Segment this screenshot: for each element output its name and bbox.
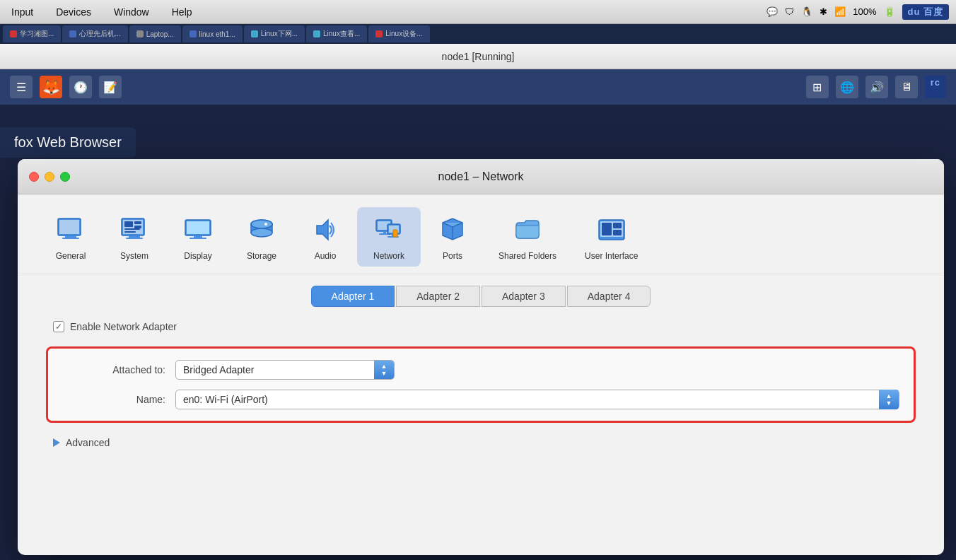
os-tab-label-7: Linux设备... [385,29,422,39]
tab-dot-2 [69,30,76,37]
vm-title: node1 [Running] [442,51,515,62]
bluetooth-icon: ✱ [820,6,827,17]
os-tab-label-5: Linux下网... [261,29,298,39]
dialog-title: node1 – Network [438,170,524,183]
shared-folders-label: Shared Folders [499,251,556,261]
battery-icon: 🔋 [884,6,895,17]
advanced-row[interactable]: Advanced [46,437,916,448]
os-tab-6[interactable]: Linux查看... [306,25,367,42]
triangle-icon [53,438,60,447]
user-interface-icon [595,213,629,247]
attached-to-select[interactable]: Bridged Adapter ▲ ▼ [175,360,395,380]
os-tab-label-6: Linux查看... [323,29,360,39]
tab-dot-1 [10,30,17,37]
attached-to-arrow[interactable]: ▲ ▼ [374,360,394,380]
adapter-tab-1[interactable]: Adapter 1 [311,286,395,307]
fox-browser-label: fox Web Browser [0,127,136,158]
svg-rect-25 [383,231,386,233]
close-button[interactable] [29,172,39,182]
svg-rect-2 [65,235,76,238]
icon-ports[interactable]: Ports [421,207,484,267]
os-tab-7[interactable]: Linux设备... [368,25,429,42]
menu-window[interactable]: Window [110,5,153,19]
enable-adapter-checkbox[interactable]: ✓ [53,321,64,332]
ports-icon [436,213,470,247]
attached-to-label: Attached to: [62,364,175,375]
enable-adapter-row: ✓ Enable Network Adapter [46,321,916,332]
general-icon [54,213,88,247]
toolbar-icon-speaker[interactable]: 🔊 [865,76,888,98]
name-label: Name: [62,394,175,405]
network-dialog: node1 – Network General [18,159,944,555]
svg-rect-3 [62,238,79,239]
icon-system[interactable]: System [103,207,166,267]
svg-point-21 [264,223,267,226]
name-value: en0: Wi-Fi (AirPort) [176,394,879,405]
vm-toolbar: ☰ 🦊 🕐 📝 ⊞ 🌐 🔊 🖥 rc [0,69,956,105]
name-arrow[interactable]: ▲ ▼ [879,390,899,409]
name-select[interactable]: en0: Wi-Fi (AirPort) ▲ ▼ [175,390,899,409]
system-label: System [120,251,148,261]
dialog-content: ✓ Enable Network Adapter Attached to: Br… [18,314,944,469]
toolbar-icon-globe[interactable]: 🌐 [836,76,858,98]
dialog-titlebar: node1 – Network [18,159,944,194]
menubar: Input Devices Window Help 💬 🛡 🐧 ✱ 📶 100%… [0,0,956,24]
toolbar-icon-screen[interactable]: 🖥 [895,76,918,98]
os-tabs-bar: 学习湘图... 心理先后机... Laptop... linux eth1...… [0,24,956,44]
attached-to-value: Bridged Adapter [176,364,374,375]
adapter-tab-3[interactable]: Adapter 3 [482,286,566,307]
svg-rect-40 [613,223,622,228]
os-tab-3[interactable]: Laptop... [129,25,181,42]
os-tab-label-3: Laptop... [146,30,174,38]
icon-audio[interactable]: Audio [293,207,357,267]
stepper-icon: ▲ ▼ [381,363,387,377]
svg-rect-10 [124,231,136,233]
display-label: Display [184,251,211,261]
svg-rect-16 [190,238,206,239]
app-badge: du 百度 [902,4,950,20]
adapter-tab-4[interactable]: Adapter 4 [567,286,651,307]
os-tab-label-1: 学习湘图... [20,29,54,39]
icon-general[interactable]: General [39,207,103,267]
adapter-tabs: Adapter 1 Adapter 2 Adapter 3 Adapter 4 [18,274,944,314]
network-label: Network [373,251,404,261]
menu-devices[interactable]: Devices [52,5,95,19]
toolbar-icon-clock[interactable]: 🕐 [69,76,92,98]
icon-storage[interactable]: Storage [230,207,293,267]
toolbar-icon-grid[interactable]: ⊞ [806,76,829,98]
attached-to-row: Attached to: Bridged Adapter ▲ ▼ [62,360,899,380]
svg-point-20 [251,220,272,228]
toolbar-icon-note[interactable]: 📝 [99,76,122,98]
svg-rect-12 [126,238,143,239]
audio-icon [308,213,342,247]
minimize-button[interactable] [45,172,54,182]
icon-display[interactable]: Display [166,207,230,267]
tab-dot-4 [190,30,197,37]
maximize-button[interactable] [60,172,70,182]
toolbar-icon-menu[interactable]: ☰ [10,76,33,98]
adapter-tab-2[interactable]: Adapter 2 [396,286,480,307]
svg-rect-39 [602,223,612,235]
icon-user-interface[interactable]: User Interface [571,207,652,267]
svg-rect-8 [134,226,141,228]
os-tab-label-4: linux eth1... [199,30,235,38]
os-tab-4[interactable]: linux eth1... [182,25,243,42]
enable-adapter-label: Enable Network Adapter [70,321,177,332]
svg-marker-22 [317,220,328,240]
icon-shared-folders[interactable]: Shared Folders [484,207,571,267]
battery-label: 100% [853,6,876,17]
svg-rect-1 [59,220,79,234]
system-icon [117,213,151,247]
toolbar-icon-firefox[interactable]: 🦊 [40,76,62,98]
svg-rect-7 [134,221,141,224]
os-tab-1[interactable]: 学习湘图... [3,25,61,42]
tab-dot-3 [136,30,144,37]
menu-help[interactable]: Help [168,5,197,19]
menubar-right: 💬 🛡 🐧 ✱ 📶 100% 🔋 du 百度 [766,4,949,20]
traffic-lights [29,172,70,182]
icon-network[interactable]: Network [357,207,421,267]
qq-icon: 🐧 [801,6,812,17]
os-tab-2[interactable]: 心理先后机... [62,25,127,42]
menu-input[interactable]: Input [7,5,37,19]
os-tab-5[interactable]: Linux下网... [244,25,305,42]
